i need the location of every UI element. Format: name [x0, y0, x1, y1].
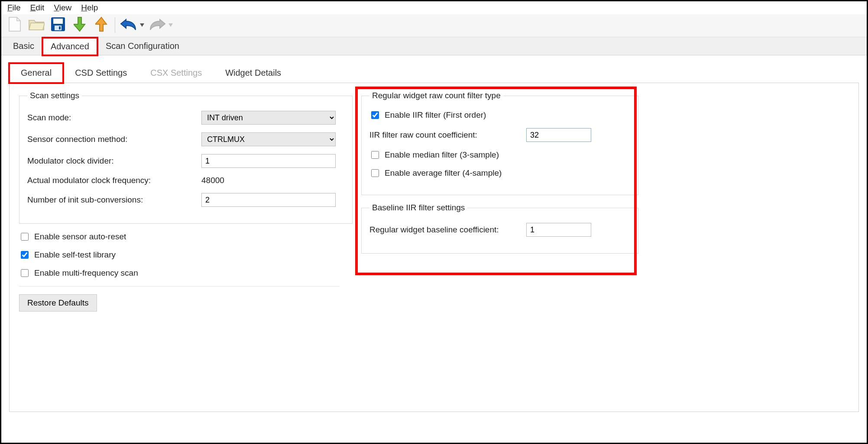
iir-enable-label: Enable IIR filter (First order): [385, 110, 486, 120]
tab-basic[interactable]: Basic: [5, 37, 42, 55]
multi-freq-label: Enable multi-frequency scan: [34, 268, 138, 278]
average-filter-checkbox[interactable]: [371, 169, 379, 177]
svg-rect-3: [59, 26, 61, 29]
redo-button[interactable]: [148, 16, 166, 34]
subtab-csx-settings: CSX Settings: [139, 63, 214, 83]
actual-frequency-label: Actual modulator clock frequency:: [27, 176, 196, 185]
modulator-divider-label: Modulator clock divider:: [27, 156, 196, 166]
new-button[interactable]: [6, 16, 24, 34]
iir-enable-checkbox[interactable]: [371, 111, 379, 119]
actual-frequency-value: 48000: [201, 176, 224, 185]
save-floppy-icon: [51, 17, 65, 34]
iir-coef-input[interactable]: [526, 128, 591, 142]
scan-settings-legend: Scan settings: [27, 91, 82, 100]
average-filter-label: Enable average filter (4-sample): [385, 168, 502, 178]
restore-defaults-button[interactable]: Restore Defaults: [19, 294, 97, 312]
menu-view[interactable]: View: [54, 3, 71, 13]
right-column: Regular widget raw count filter type Ena…: [361, 91, 638, 394]
self-test-checkbox[interactable]: [21, 251, 29, 259]
download-arrow-icon: [74, 16, 86, 34]
undo-dropdown[interactable]: [139, 23, 145, 27]
main-tabstrip: Basic Advanced Scan Configuration: [1, 37, 867, 55]
baseline-filter-legend: Baseline IIR filter settings: [369, 203, 467, 212]
auto-reset-label: Enable sensor auto-reset: [34, 232, 126, 241]
baseline-coef-input[interactable]: [526, 223, 591, 237]
raw-count-filter-legend: Regular widget raw count filter type: [369, 91, 503, 100]
undo-button[interactable]: [120, 16, 138, 34]
redo-dropdown[interactable]: [168, 23, 173, 27]
subtab-widget-details[interactable]: Widget Details: [214, 63, 293, 83]
median-filter-label: Enable median filter (3-sample): [385, 150, 499, 160]
scan-mode-label: Scan mode:: [27, 113, 196, 122]
upload-arrow-icon: [95, 16, 107, 34]
left-column: Scan settings Scan mode: INT driven Sens…: [19, 91, 353, 394]
scan-settings-group: Scan settings Scan mode: INT driven Sens…: [19, 91, 353, 224]
new-file-icon: [8, 16, 21, 34]
import-button[interactable]: [71, 16, 89, 34]
median-filter-checkbox[interactable]: [371, 151, 379, 159]
redo-arrow-icon: [149, 18, 166, 33]
sensor-connection-select[interactable]: CTRLMUX: [201, 132, 336, 146]
init-subconversions-label: Number of init sub-conversions:: [27, 195, 196, 205]
sensor-connection-label: Sensor connection method:: [27, 135, 196, 144]
multi-freq-checkbox[interactable]: [21, 269, 29, 277]
tab-advanced[interactable]: Advanced: [42, 38, 97, 55]
raw-count-filter-group: Regular widget raw count filter type Ena…: [361, 91, 638, 195]
tab-scan-configuration[interactable]: Scan Configuration: [97, 37, 188, 55]
subtab-csd-settings[interactable]: CSD Settings: [63, 63, 139, 83]
general-panel: Scan settings Scan mode: INT driven Sens…: [9, 83, 859, 412]
menu-edit[interactable]: Edit: [30, 3, 45, 13]
divider: [19, 286, 340, 286]
baseline-filter-group: Baseline IIR filter settings Regular wid…: [361, 203, 638, 254]
app-window: File Edit View Help: [0, 0, 868, 444]
toolbar-separator: [115, 17, 115, 33]
sub-tabstrip: General CSD Settings CSX Settings Widget…: [9, 63, 859, 83]
undo-arrow-icon: [120, 18, 137, 33]
export-button[interactable]: [92, 16, 110, 34]
svg-rect-1: [53, 19, 63, 24]
open-button[interactable]: [27, 16, 45, 34]
iir-coef-label: IIR filter raw count coefficient:: [369, 130, 521, 140]
menubar: File Edit View Help: [1, 1, 867, 14]
open-folder-icon: [28, 18, 45, 33]
menu-file[interactable]: File: [7, 3, 21, 13]
modulator-divider-input[interactable]: [201, 154, 336, 168]
save-button[interactable]: [49, 16, 67, 34]
menu-help[interactable]: Help: [81, 3, 98, 13]
content-area: General CSD Settings CSX Settings Widget…: [1, 55, 867, 412]
baseline-coef-label: Regular widget baseline coefficient:: [369, 225, 521, 235]
subtab-general[interactable]: General: [9, 63, 63, 83]
init-subconversions-input[interactable]: [201, 193, 336, 207]
toolbar: [1, 14, 867, 37]
scan-mode-select[interactable]: INT driven: [201, 111, 336, 125]
auto-reset-checkbox[interactable]: [21, 233, 29, 241]
self-test-label: Enable self-test library: [34, 250, 116, 260]
